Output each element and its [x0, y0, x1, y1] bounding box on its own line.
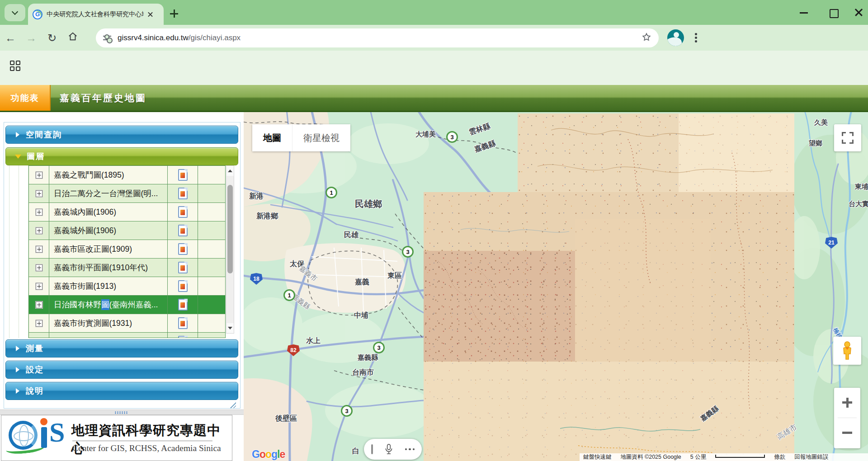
gis-logo-panel: S 地理資訊科學研究專題中心 Center for GIS, RCHSS, Ac…	[1, 415, 232, 461]
layer-row[interactable]: 嘉義城外圖(1906)	[29, 221, 225, 240]
chevron-right-icon	[16, 367, 19, 372]
expand-plus-icon[interactable]	[36, 246, 42, 253]
layer-row[interactable]: 嘉義市街平面圖(1910年代)	[29, 259, 225, 277]
browser-menu-button[interactable]	[695, 33, 698, 43]
map-label: 嘉義縣	[358, 353, 378, 362]
apps-grid-icon[interactable]	[10, 61, 21, 71]
map-label: 民雄	[344, 230, 359, 240]
map-document-icon[interactable]	[178, 280, 188, 292]
layer-label: 嘉義城外圖(1906)	[54, 225, 116, 236]
accordion-help[interactable]: 說明	[5, 382, 238, 400]
expand-plus-icon[interactable]	[36, 283, 42, 290]
more-options-icon[interactable]	[405, 448, 415, 451]
map-label: 水上	[306, 336, 321, 346]
route-shield: 3	[402, 246, 414, 258]
terms-link[interactable]: 條款	[774, 453, 785, 461]
window-minimize-button[interactable]	[798, 6, 811, 19]
layer-label: 嘉義市街圖(1913)	[54, 281, 116, 292]
layer-label: 嘉義市街實測圖(1931)	[54, 318, 132, 329]
layer-label: (臺南州嘉義...	[109, 299, 158, 310]
zoom-in-button[interactable]	[834, 388, 860, 418]
url-bar[interactable]: gissrv4.sinica.edu.tw/gis/chiayi.aspx	[96, 28, 659, 47]
layer-row-selected[interactable]: 日治國有林野圖(臺南州嘉義...	[29, 296, 225, 314]
chevron-down-icon	[12, 9, 18, 15]
accordion-layers[interactable]: 圖層	[5, 147, 238, 165]
window-close-button[interactable]	[853, 6, 865, 19]
map-type-control: 地圖 衛星檢視	[252, 124, 350, 151]
home-button[interactable]	[62, 32, 83, 44]
expand-plus-icon[interactable]	[36, 227, 42, 234]
layer-row[interactable]: 嘉義城內圖(1906)	[29, 203, 225, 221]
historical-map-overlay-north[interactable]	[518, 113, 794, 192]
layer-row[interactable]: 嘉義市街實測圖(1931)	[29, 314, 225, 333]
accordion-measure[interactable]: 測量	[5, 339, 238, 358]
map-type-satellite-button[interactable]: 衛星檢視	[292, 124, 350, 151]
map-document-icon[interactable]	[178, 243, 188, 255]
fullscreen-icon	[842, 132, 854, 144]
page-title: 嘉義百年歷史地圖	[60, 85, 146, 111]
site-settings-icon[interactable]	[103, 34, 112, 42]
expand-plus-icon[interactable]	[36, 264, 42, 271]
center-title-en: Center for GIS, RCHSS, Academia Sinica	[72, 443, 221, 453]
profile-avatar[interactable]	[667, 29, 684, 46]
expand-plus-icon[interactable]	[36, 172, 42, 179]
pegman-control[interactable]	[833, 337, 861, 365]
pegman-icon	[840, 341, 854, 360]
bookmark-star-button[interactable]	[642, 32, 651, 44]
layer-row-partial[interactable]	[29, 333, 225, 338]
expand-plus-icon[interactable]	[36, 301, 42, 308]
back-button[interactable]: ←	[0, 32, 21, 44]
fullscreen-button[interactable]	[834, 124, 861, 151]
bookmarks-bar	[0, 51, 868, 85]
route-shield: 3	[373, 342, 385, 353]
forward-button[interactable]: →	[21, 32, 42, 44]
layer-row[interactable]: 嘉義市街圖(1913)	[29, 277, 225, 296]
chevron-right-icon	[16, 132, 19, 137]
accordion-settings[interactable]: 設定	[5, 361, 238, 379]
map-document-icon[interactable]	[178, 188, 188, 199]
microphone-icon[interactable]	[384, 443, 393, 455]
map-document-icon[interactable]	[178, 206, 188, 218]
map-type-map-button[interactable]: 地圖	[252, 124, 292, 151]
logo-divider	[72, 441, 212, 441]
reload-button[interactable]: ↻	[42, 32, 62, 44]
map-document-icon[interactable]	[178, 262, 188, 273]
tab-close-icon[interactable]	[146, 10, 155, 19]
map-canvas[interactable]: 溪口鄉 大埔美 雲林縣 嘉義縣 新港 新港鄉 民雄鄉 民雄 太保 嘉義市 嘉義 …	[244, 112, 868, 461]
map-document-icon[interactable]	[178, 169, 188, 181]
keyboard-shortcuts-link[interactable]: 鍵盤快速鍵	[583, 453, 612, 461]
route-shield: 3	[446, 131, 458, 143]
expand-plus-icon[interactable]	[36, 320, 42, 327]
url-domain: gissrv4.sinica.edu.tw	[118, 33, 189, 42]
accordion-label: 測量	[26, 343, 44, 354]
layer-row[interactable]: 日治二萬分之一台灣堡圖(明...	[29, 184, 225, 203]
ime-input-pill[interactable]	[364, 439, 422, 460]
browser-navbar: ← → ↻ gissrv4.sinica.edu.tw/gis/chiayi.a…	[0, 25, 868, 51]
expand-plus-icon[interactable]	[36, 190, 42, 197]
new-tab-button[interactable]	[167, 7, 181, 21]
app-toolbar: 功能表 嘉義百年歷史地圖	[0, 85, 868, 112]
zoom-out-button[interactable]	[834, 418, 860, 448]
chevron-right-icon	[16, 388, 19, 394]
layer-row[interactable]: 嘉義之戰鬥圖(1895)	[29, 166, 225, 184]
layer-scrollbar[interactable]	[226, 165, 234, 334]
scrollbar-thumb[interactable]	[227, 185, 233, 273]
historical-map-overlay-main[interactable]	[424, 192, 794, 461]
layer-label: 嘉義市街平面圖(1910年代)	[54, 262, 148, 273]
scroll-up-button[interactable]	[226, 166, 234, 176]
browser-tab[interactable]: G 中央研究院人文社會科學研究中心地理	[28, 4, 164, 25]
route-shield: 3	[341, 405, 353, 417]
window-maximize-button[interactable]	[827, 6, 840, 19]
function-menu-button[interactable]: 功能表	[0, 85, 51, 111]
layer-table: 嘉義之戰鬥圖(1895) 日治二萬分之一台灣堡圖(明... 嘉義城內圖(1906…	[28, 165, 226, 338]
layer-row[interactable]: 嘉義市區改正圖(1909)	[29, 240, 225, 259]
expand-plus-icon[interactable]	[36, 209, 42, 216]
map-document-icon[interactable]	[178, 225, 188, 236]
sidebar-splitter[interactable]	[0, 409, 244, 415]
report-error-link[interactable]: 回報地圖錯誤	[794, 453, 828, 461]
map-document-icon[interactable]	[178, 299, 188, 310]
scroll-down-button[interactable]	[226, 323, 234, 333]
map-document-icon[interactable]	[178, 317, 188, 329]
tab-search-button[interactable]	[5, 4, 25, 21]
accordion-spatial-query[interactable]: 空間查詢	[5, 126, 238, 144]
